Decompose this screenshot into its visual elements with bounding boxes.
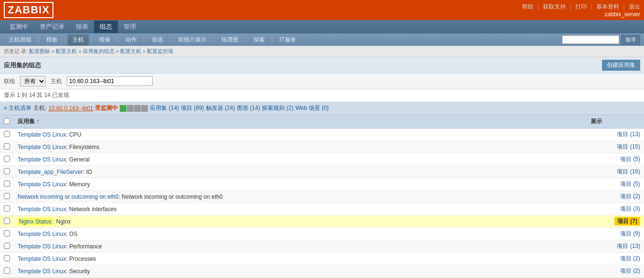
display-link[interactable]: 项目 (2) (620, 267, 640, 274)
server-name: zabbix_server (604, 11, 640, 18)
table-row: Nginx Status: Nginx项目 (7) (0, 215, 644, 228)
nav-reports[interactable]: 报表 (70, 21, 94, 33)
app-name-link[interactable]: Template OS Linux (18, 243, 66, 250)
subnav-discovery[interactable]: 探索 (249, 34, 270, 45)
subnav-filter[interactable]: 筛选 (147, 34, 168, 45)
table-row: Template OS Linux: Performance项目 (13) (0, 240, 644, 253)
host-link[interactable]: 10.60.0.163--lb01 (48, 105, 93, 112)
nav-config[interactable]: 组态 (94, 21, 118, 33)
app-name-link[interactable]: Template OS Linux (18, 268, 66, 275)
row-checkbox[interactable] (4, 168, 10, 174)
status-icon-grey1 (127, 105, 134, 112)
display-link[interactable]: 项目 (13) (617, 131, 640, 138)
breadcrumb-item-2[interactable]: 配置主机 (56, 48, 77, 54)
subnav-hosts[interactable]: 主机 (68, 34, 89, 45)
display-link[interactable]: 项目 (5) (620, 156, 640, 162)
subnav-actions[interactable]: 动作 (121, 34, 142, 45)
display-link[interactable]: 项目 (3) (620, 205, 640, 212)
app-name-link[interactable]: Template OS Linux (18, 206, 66, 213)
row-checkbox[interactable] (4, 230, 10, 236)
display-link[interactable]: 项目 (2) (620, 193, 640, 200)
app-name-link[interactable]: Template OS Linux (18, 156, 66, 163)
group-label: 联组 (4, 77, 15, 86)
table-row: Template OS Linux: Network interfaces项目 … (0, 203, 644, 215)
content-area: 应用集的组态 创建应用集 联组 所有 主机 显示 1 到 14 其 14 已发现… (0, 57, 644, 278)
group-select[interactable]: 所有 (20, 76, 46, 86)
app-name-link[interactable]: Template_app_FileServer (18, 169, 83, 175)
info-text: 显示 1 到 14 其 14 已发现 (4, 92, 69, 98)
search-area: 搜寻 (562, 35, 640, 45)
row-checkbox[interactable] (4, 143, 10, 150)
select-all-checkbox[interactable] (4, 118, 10, 124)
table-row: Template OS Linux: Processes项目 (2) (0, 253, 644, 265)
tab-discovery[interactable]: 探索规则 (2) (262, 104, 293, 112)
subnav-templates[interactable]: 模板 (42, 34, 62, 45)
host-input[interactable] (67, 76, 153, 86)
print-link[interactable]: 打印 (575, 3, 587, 11)
app-name-link[interactable]: Template OS Linux (18, 131, 66, 138)
table-row: Template_app_FileServer: IO项目 (16) (0, 166, 644, 178)
tab-appsets[interactable]: 应用集 (14) (150, 104, 179, 112)
breadcrumb-item-3[interactable]: 应用集的组态 (83, 48, 114, 54)
table-row: Template OS Linux: Memory项目 (5) (0, 178, 644, 191)
display-link[interactable]: 项目 (5) (620, 181, 640, 187)
row-checkbox[interactable] (4, 218, 10, 224)
tab-graphs[interactable]: 图形 (14) (237, 104, 260, 112)
col-header-check (0, 115, 14, 128)
row-checkbox[interactable] (4, 205, 10, 212)
nav-admin[interactable]: 管理 (118, 21, 142, 33)
breadcrumb-item-5[interactable]: 配置监控项 (147, 48, 173, 54)
subnav-hostgroups[interactable]: 主机群组 (4, 34, 36, 45)
app-name-link[interactable]: Template OS Linux (18, 144, 66, 150)
row-checkbox[interactable] (4, 156, 10, 162)
profile-link[interactable]: 基本资料 (596, 3, 619, 11)
tab-items[interactable]: 项目 (89) (181, 104, 204, 112)
search-input[interactable] (562, 35, 619, 44)
tab-triggers[interactable]: 触发器 (24) (206, 104, 235, 112)
table-row: Template OS Linux: Filesystems项目 (15) (0, 141, 644, 153)
logout-link[interactable]: 退出 (629, 3, 640, 11)
col-header-name: 应用集 ↑ (14, 115, 587, 128)
display-link[interactable]: 项目 (13) (617, 243, 640, 249)
section-header: 应用集的组态 创建应用集 (0, 57, 644, 74)
status-icon-grey3 (141, 105, 148, 112)
app-name-link[interactable]: Nginx Status (18, 218, 53, 225)
row-checkbox[interactable] (4, 255, 10, 261)
breadcrumb-item-4[interactable]: 配置主机 (120, 48, 141, 54)
subnav-maps[interactable]: 拓璞图 (217, 34, 243, 45)
display-link[interactable]: 项目 (9) (620, 230, 640, 237)
table-row: Template OS Linux: General项目 (5) (0, 153, 644, 166)
app-name-link[interactable]: Template OS Linux (18, 256, 66, 262)
display-link[interactable]: 项目 (16) (617, 168, 640, 175)
row-checkbox[interactable] (4, 243, 10, 249)
support-link[interactable]: 获取支持 (543, 3, 566, 11)
breadcrumb-area: 历史记 录: 配置图标 » 配置主机 » 应用集的组态 » 配置主机 » 配置监… (0, 46, 644, 57)
display-link[interactable]: 项目 (15) (617, 143, 640, 150)
top-header: ZABBIX 帮助 ｜ 获取支持 ｜ 打印 ｜ 基本资料 ｜ 退出 zabbix… (0, 0, 644, 20)
tab-web[interactable]: Web 场景 (0) (295, 104, 329, 112)
create-appset-button[interactable]: 创建应用集 (602, 60, 640, 71)
subnav-slides[interactable]: 简报片展示 (173, 34, 211, 45)
nav-assets[interactable]: 资产记录 (34, 21, 70, 33)
info-row: 显示 1 到 14 其 14 已发现 (0, 89, 644, 102)
sort-icon[interactable]: ↑ (36, 118, 39, 125)
subnav-itservices[interactable]: IT服务 (275, 34, 301, 45)
row-checkbox[interactable] (4, 267, 10, 274)
row-checkbox[interactable] (4, 131, 10, 137)
app-name-link[interactable]: Template OS Linux (18, 181, 66, 188)
row-checkbox[interactable] (4, 193, 10, 199)
display-link[interactable]: 项目 (2) (620, 255, 640, 262)
display-badge[interactable]: 项目 (7) (614, 217, 640, 225)
col-header-display: 展示 (587, 115, 644, 128)
help-link[interactable]: 帮助 (522, 3, 533, 11)
host-label: 主机 (51, 77, 62, 86)
subnav-maintenance[interactable]: 维修 (94, 34, 115, 45)
nav-monitor[interactable]: 监测中 (4, 21, 34, 33)
app-name-link[interactable]: Template OS Linux (18, 231, 66, 237)
search-button[interactable]: 搜寻 (621, 35, 640, 45)
host-list-link[interactable]: « 主机清单 (4, 104, 31, 112)
app-name-link[interactable]: Network incoming or outcoming on eth0 (18, 193, 118, 200)
filter-row: 联组 所有 主机 (0, 74, 644, 89)
row-checkbox[interactable] (4, 181, 10, 187)
breadcrumb-item-1[interactable]: 配置图标 (29, 48, 50, 54)
